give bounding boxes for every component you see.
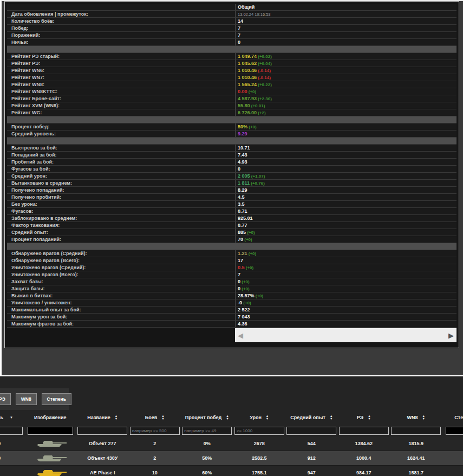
stat-label: Получено пробитий: [7, 194, 235, 200]
tank-cell-name: Объект 277 [76, 436, 129, 451]
column-header-image[interactable]: Изображение [24, 410, 77, 425]
stat-value: 885 [238, 230, 246, 235]
filter-cell-name [76, 425, 129, 436]
tank-image [34, 468, 67, 476]
tank-cell-battles: 10 [129, 466, 181, 476]
stat-row: Защита базы:0 (+0) [7, 285, 457, 292]
filter-cell-winrate [181, 425, 233, 436]
tank-cell-image [24, 436, 77, 451]
sort-icon[interactable]: ▲▼ [368, 415, 370, 420]
stat-delta: (-0.14) [257, 75, 271, 80]
column-header-level[interactable]: Уровень▼ [0, 410, 24, 425]
tank-cell-battles: 2 [129, 451, 181, 465]
column-header-name[interactable]: Название▲▼ [76, 410, 129, 425]
stat-value-cell: 4.5 [235, 194, 457, 200]
tank-row[interactable]: 10Объект 430У250%2582.59121000.41624.41 [0, 451, 463, 466]
stat-label: Рейтинг WN8KTTC: [7, 88, 235, 95]
stat-value: 2 005 [238, 173, 250, 179]
stats-panel: Общий Дата обновления | промежуток:13.02… [0, 0, 463, 376]
stat-row: Фактор танкования:0.77 [7, 222, 457, 229]
stat-value: 7 [238, 272, 240, 277]
stat-value: 1.21 [238, 251, 247, 256]
stat-value-cell: 7 043 [235, 314, 457, 320]
filter-cell-battles [129, 425, 181, 436]
filter-input-damage[interactable] [234, 427, 284, 435]
rating-button-wn8[interactable]: WN8 [16, 393, 37, 405]
tank-cell-image [24, 451, 77, 465]
tank-cell-level: 10 [0, 436, 24, 451]
stat-value-cell: 2 522 [235, 307, 457, 313]
stat-label: Рейтинг РЭ старый: [7, 53, 235, 60]
stat-value: 0.71 [238, 208, 247, 214]
stat-row: Поражений:7 [7, 32, 457, 39]
stat-label: Средний урон: [7, 173, 235, 179]
stat-value: 0 [238, 40, 240, 45]
prev-page-icon[interactable]: ◀ [238, 331, 243, 340]
tank-cell-xp: 544 [285, 436, 338, 451]
filter-cell-level [0, 425, 24, 436]
tank-row[interactable]: 9AE Phase I1060%1755.1947984.171581.7 [0, 466, 463, 476]
rating-button-рэ[interactable]: РЭ [0, 393, 11, 405]
stat-value: 14 [238, 18, 243, 24]
sort-icon[interactable]: ▲▼ [330, 415, 332, 420]
stat-value: 1 811 [238, 180, 250, 186]
stat-label: Рейтинг WG: [7, 109, 235, 116]
tank-cell-re: 1000.4 [338, 451, 390, 465]
sort-icon[interactable]: ▲▼ [422, 415, 425, 420]
stat-value: 55.80 [238, 103, 250, 108]
stats-header-row: Общий [7, 4, 457, 11]
sort-icon[interactable]: ▲▼ [161, 415, 164, 420]
column-header-winrate[interactable]: Процент побед▲▼ [181, 410, 233, 425]
column-header-re[interactable]: РЭ▲▼ [338, 410, 390, 425]
stat-row: Уничтожено / уничтожен:-0 (+0) [7, 299, 457, 307]
tank-cell-xp: 947 [285, 466, 338, 476]
column-header-damage[interactable]: Урон▲▼ [233, 410, 286, 425]
filter-input-wn8[interactable] [391, 427, 441, 435]
filter-input-level[interactable] [0, 427, 23, 435]
filter-box-degree[interactable] [446, 427, 463, 435]
tank-row[interactable]: 10Объект 27720%26785441384.621815.9 [0, 436, 463, 451]
stat-delta: (+2.36) [257, 96, 272, 101]
tank-cell-damage: 2678 [233, 436, 286, 451]
stat-delta: (+0) [247, 125, 257, 129]
stat-value-cell: 7 [235, 271, 457, 278]
stat-value: 70 [238, 237, 243, 242]
stat-row: Максимум урон за бой:7 043 [7, 314, 457, 321]
tank-cell-wn8: 1581.7 [390, 466, 442, 476]
stat-value: 0.5 [238, 265, 245, 270]
stat-value: 7 [238, 25, 240, 31]
column-header-wn8[interactable]: WN8▲▼ [390, 410, 442, 425]
sort-icon[interactable]: ▲▼ [266, 415, 269, 420]
stat-value: 0.00 [238, 89, 247, 94]
stat-row: Рейтинг РЭ старый:1 049.74 (+0.02) [7, 53, 457, 60]
stat-row: Рейтинг WN8:1 565.24 (+0.22) [7, 81, 457, 88]
filter-input-name[interactable] [77, 427, 127, 435]
stat-value-cell: 7.43 [235, 152, 457, 158]
filter-box-image[interactable] [28, 427, 73, 435]
tank-cell-degree [442, 466, 463, 476]
next-page-icon[interactable]: ▶ [448, 331, 454, 340]
rating-button-степень[interactable]: Степень [42, 393, 71, 405]
stat-row: Рейтинг WN8KTTC:0.00 (+0) [7, 88, 457, 95]
stat-delta: (+0.02) [257, 54, 272, 59]
filter-input-xp[interactable] [286, 427, 336, 435]
filter-input-winrate[interactable] [182, 427, 232, 435]
stat-value: 28.57% [238, 293, 255, 298]
tank-table-body: 10Объект 27720%26785441384.621815.910Объ… [0, 436, 463, 476]
sort-icon[interactable]: ▲▼ [115, 415, 118, 420]
column-header-battles[interactable]: Боев▲▼ [129, 410, 181, 425]
stat-label: Рейтинг XVM (WN8): [7, 102, 235, 109]
chevron-down-icon[interactable]: ▼ [10, 416, 13, 419]
filter-input-re[interactable] [339, 427, 389, 435]
stat-label: Максимум фрагов за бой: [7, 321, 235, 327]
filter-cell-image [24, 425, 77, 436]
stat-value: 1 565.24 [238, 82, 257, 87]
filter-input-battles[interactable] [130, 427, 180, 435]
stat-label: Попаданий за бой: [7, 152, 235, 158]
stat-label: Максимальный опыт за бой: [7, 307, 235, 313]
stat-delta: (+0) [246, 230, 255, 235]
stat-value-cell: 17 [235, 257, 457, 264]
column-header-xp[interactable]: Средний опыт▲▼ [285, 410, 338, 425]
sort-icon[interactable]: ▲▼ [226, 415, 229, 420]
column-header-degree[interactable]: Степень▲▼ [442, 410, 463, 425]
